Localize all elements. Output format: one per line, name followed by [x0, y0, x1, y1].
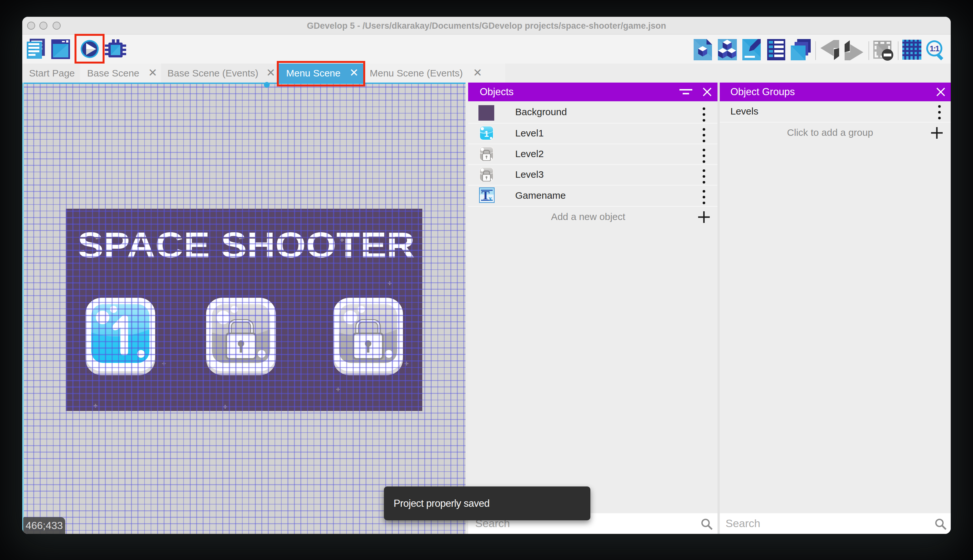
svg-text:1: 1 [484, 129, 489, 139]
svg-text:1:1: 1:1 [930, 44, 940, 53]
svg-text:x: x [489, 194, 492, 202]
